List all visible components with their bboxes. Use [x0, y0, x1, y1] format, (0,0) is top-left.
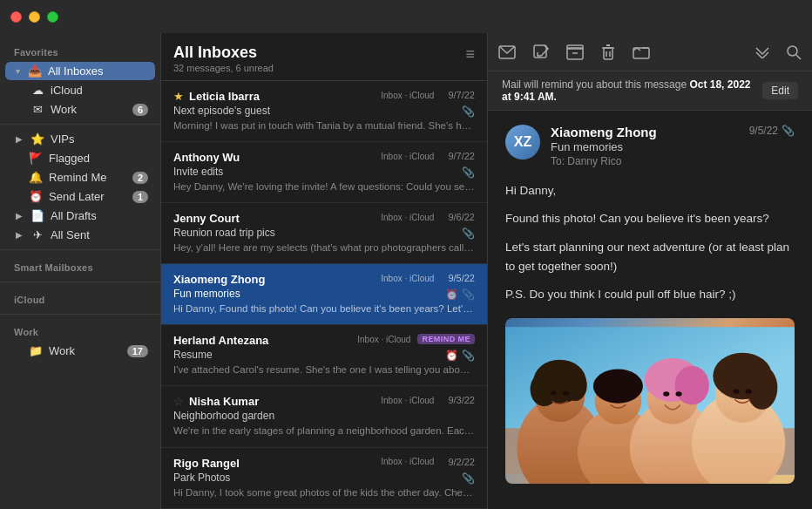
list-item[interactable]: Anthony Wu Inbox · iCloud 9/7/22 Invite … [161, 142, 487, 203]
msg-preview: Morning! I was put in touch with Tania b… [173, 119, 475, 132]
sidebar-item-send-later[interactable]: ⏰ Send Later 1 [5, 187, 155, 206]
move-icon[interactable] [633, 45, 650, 59]
minimize-button[interactable] [29, 11, 40, 23]
msg-date: 9/3/22 [448, 395, 475, 405]
work-section-badge: 17 [127, 345, 148, 357]
sidebar-item-all-drafts[interactable]: ▶ 📄 All Drafts [5, 207, 155, 225]
svg-point-13 [788, 46, 797, 56]
mailbox-label: Inbox · iCloud [381, 213, 434, 222]
send-later-label: Send Later [49, 190, 127, 203]
attachment-icon: 📎 [462, 350, 475, 362]
sidebar-item-flagged[interactable]: 🚩 Flagged [5, 149, 155, 167]
list-item[interactable]: Xiaomeng Zhong Inbox · iCloud 9/5/22 Fun… [161, 264, 487, 325]
reminder-bar: Mail will remind you about this message … [488, 71, 812, 111]
msg-subject: Reunion road trip pics [173, 227, 275, 239]
list-item[interactable]: Jenny Court Inbox · iCloud 9/6/22 Reunio… [161, 203, 487, 264]
favorites-header: Favorites [0, 40, 160, 61]
msg-icons: ⏰ 📎 [445, 350, 475, 362]
more-icon[interactable] [754, 46, 770, 58]
msg-preview: Hey Danny, We're loving the invite! A fe… [173, 180, 475, 193]
work-section-label: Work [49, 344, 122, 357]
sender-name: Leticia Ibarra [189, 90, 381, 103]
sidebar-item-remind-me[interactable]: 🔔 Remind Me 2 [5, 168, 155, 187]
detail-subject: Fun memories [551, 140, 739, 153]
sidebar-item-work-favorites[interactable]: ✉ Work 6 [5, 100, 155, 119]
sidebar-divider-1 [0, 124, 160, 125]
sidebar-item-all-inboxes[interactable]: ▾ 📥 All Inboxes [5, 62, 155, 80]
reminder-text: Mail will remind you about this message … [502, 78, 762, 103]
list-item[interactable]: Herland Antezana Inbox · iCloud REMIND M… [161, 325, 487, 386]
body-paragraph-4: P.S. Do you think I could pull off blue … [505, 285, 795, 304]
sidebar-item-work[interactable]: 📁 Work 17 [5, 342, 155, 360]
sender-name: Nisha Kumar [189, 395, 381, 408]
sidebar-item-icloud[interactable]: ☁ iCloud [5, 81, 155, 99]
chevron-right-icon: ▶ [16, 134, 23, 144]
sidebar-item-vips[interactable]: ▶ ⭐ VIPs [5, 130, 155, 148]
archive-icon[interactable] [566, 44, 584, 60]
remind-me-label: Remind Me [49, 171, 127, 184]
avatar: XZ [505, 125, 540, 159]
svg-point-35 [609, 395, 615, 399]
msg-date: 9/6/22 [448, 212, 475, 222]
sidebar-item-all-sent[interactable]: ▶ ✈ All Sent [5, 226, 155, 244]
reply-icon[interactable] [498, 45, 516, 59]
fullscreen-button[interactable] [47, 11, 58, 23]
star-empty-icon: ☆ [173, 395, 184, 408]
detail-pane: Mail will remind you about this message … [488, 33, 812, 509]
reminder-edit-button[interactable]: Edit [762, 82, 798, 99]
msg-date: 9/2/22 [448, 457, 475, 467]
list-item[interactable]: ★ Leticia Ibarra Inbox · iCloud 9/7/22 N… [161, 81, 487, 142]
compose-icon[interactable] [533, 44, 549, 60]
svg-point-40 [746, 390, 752, 394]
message-list-header: All Inboxes 32 messages, 6 unread ≡ [161, 33, 487, 81]
search-icon[interactable] [786, 44, 802, 60]
sidebar: Favorites ▾ 📥 All Inboxes ☁ iCloud ✉ Wor… [0, 33, 161, 509]
svg-point-34 [563, 391, 569, 396]
title-bar [0, 0, 812, 33]
attachment-icon: 📎 [462, 227, 475, 240]
msg-icons: ⏰ 📎 [445, 288, 475, 301]
chevron-down-icon: ▾ [16, 66, 20, 76]
msg-subject: Neighborhood garden [173, 410, 274, 422]
svg-rect-4 [567, 45, 583, 49]
detail-content: XZ Xiaomeng Zhong Fun memories To: Danny… [488, 111, 812, 509]
vips-label: VIPs [51, 132, 148, 146]
flagged-label: Flagged [49, 152, 148, 165]
chevron-right-icon-3: ▶ [16, 230, 23, 240]
clock-icon: ⏰ [28, 190, 44, 203]
app-container: Favorites ▾ 📥 All Inboxes ☁ iCloud ✉ Wor… [0, 33, 812, 509]
inbox-icon: 📥 [27, 64, 43, 78]
sent-icon: ✈ [30, 228, 45, 241]
sender-name: Herland Antezana [173, 334, 357, 347]
svg-line-14 [796, 55, 801, 59]
filter-icon[interactable]: ≡ [465, 45, 475, 64]
mailbox-label: Inbox · iCloud [381, 457, 434, 466]
inbox-title: All Inboxes [173, 44, 274, 62]
mailbox-label: Inbox · iCloud [381, 274, 434, 283]
bell-icon: 🔔 [28, 171, 44, 184]
msg-date: 9/5/22 [448, 273, 475, 283]
svg-point-39 [733, 390, 739, 394]
list-item[interactable]: Rigo Rangel Inbox · iCloud 9/2/22 Park P… [161, 448, 487, 509]
svg-point-33 [551, 391, 557, 396]
attachment-icon: 📎 [462, 288, 475, 301]
svg-point-38 [675, 392, 681, 397]
mailbox-label: Inbox · iCloud [381, 152, 434, 161]
list-item[interactable]: ☆ Nisha Kumar Inbox · iCloud 9/3/22 Neig… [161, 386, 487, 447]
sender-name: Rigo Rangel [173, 457, 381, 470]
all-inboxes-label: All Inboxes [48, 64, 148, 78]
svg-point-28 [675, 366, 709, 405]
close-button[interactable] [10, 11, 22, 23]
msg-date: 9/7/22 [448, 90, 475, 100]
svg-point-20 [531, 372, 558, 406]
drafts-icon: 📄 [30, 209, 45, 222]
detail-to: To: Danny Rico [551, 155, 739, 167]
attachment-icon: 📎 [462, 166, 475, 179]
sender-name: Xiaomeng Zhong [173, 273, 381, 286]
msg-subject: Fun memories [173, 288, 240, 300]
flag-icon: 🚩 [28, 152, 44, 165]
trash-icon[interactable] [601, 44, 615, 60]
all-sent-label: All Sent [51, 228, 148, 241]
inline-photo [505, 318, 795, 484]
work-label: Work [51, 103, 127, 116]
